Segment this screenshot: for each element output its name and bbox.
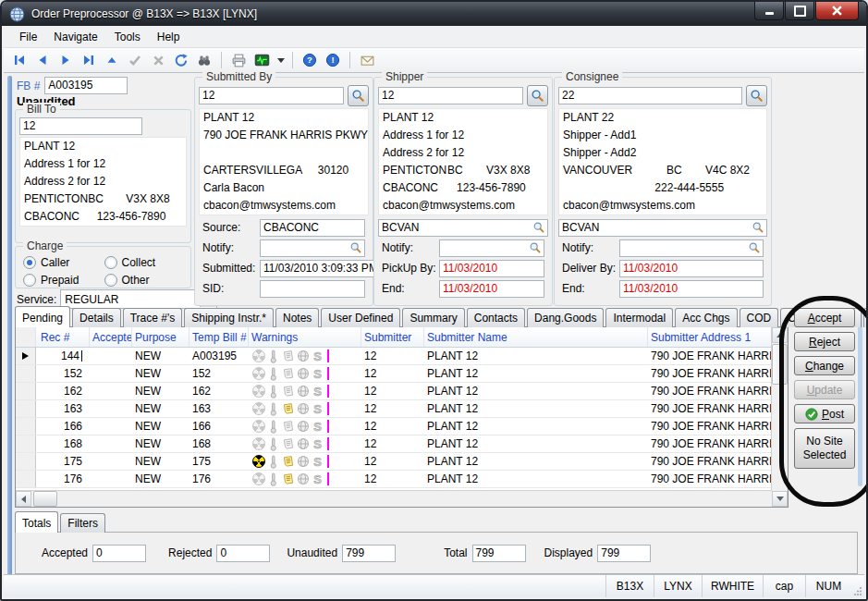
table-row[interactable]: 163 NEW 163 S 12 PLANT 12 790 JOE FRANK xyxy=(16,400,772,418)
splitter-bar[interactable] xyxy=(7,76,12,579)
menu-item[interactable]: Tools xyxy=(106,28,149,46)
tab[interactable]: Dang.Goods xyxy=(527,308,604,327)
shipper-code-field[interactable]: 12 xyxy=(378,87,523,104)
last-record-button[interactable] xyxy=(79,50,99,70)
change-button[interactable]: Change xyxy=(794,356,855,375)
column-header-accepted[interactable]: Accepted xyxy=(90,327,132,347)
monitor-button[interactable] xyxy=(251,50,272,70)
charge-radio-collect[interactable]: Collect xyxy=(104,254,186,270)
scroll-up-button[interactable] xyxy=(772,327,788,343)
accept-button[interactable]: Accept xyxy=(794,308,855,327)
displayed-total-field[interactable]: 799 xyxy=(597,545,651,562)
selector-column-header[interactable] xyxy=(16,327,36,347)
charge-radio-caller[interactable]: Caller xyxy=(23,254,104,270)
column-header-submitter-address[interactable]: Submitter Address 1 xyxy=(648,327,772,347)
vertical-scrollbar[interactable] xyxy=(771,327,788,507)
submitted-field[interactable]: 11/03/2010 3:09:33 PM xyxy=(260,260,382,277)
end-field[interactable]: 11/03/2010 xyxy=(619,280,764,298)
column-header-submitter[interactable]: Submitter xyxy=(361,327,424,347)
email-button[interactable] xyxy=(357,50,377,70)
close-button[interactable] xyxy=(815,2,859,20)
end-field[interactable]: 11/03/2010 xyxy=(439,280,544,298)
previous-record-button[interactable] xyxy=(32,50,53,70)
no-site-selected-button[interactable]: No Site Selected xyxy=(794,428,855,469)
find-button[interactable] xyxy=(194,50,214,70)
vertical-scroll-thumb[interactable] xyxy=(772,344,788,385)
bill-to-code-field[interactable]: 12 xyxy=(19,117,142,135)
sid-field[interactable] xyxy=(260,280,365,298)
collapse-button[interactable] xyxy=(102,50,122,70)
fb-number-field[interactable]: A003195 xyxy=(44,77,128,94)
tab[interactable]: Totals xyxy=(15,511,58,533)
maximize-button[interactable] xyxy=(785,2,814,20)
tab[interactable]: Pending xyxy=(15,306,70,327)
scroll-left-button[interactable] xyxy=(16,491,31,507)
monitor-dropdown-button[interactable] xyxy=(275,50,286,70)
table-row[interactable]: 162 NEW 162 S 12 PLANT 12 790 JOE FRANK xyxy=(16,383,772,400)
tab[interactable]: Shipping Instr.* xyxy=(184,308,274,327)
shipper-search-button[interactable] xyxy=(527,85,548,106)
right-splitter-bar[interactable] xyxy=(858,309,862,486)
search-icon[interactable] xyxy=(532,221,546,235)
column-header-temp-bill[interactable]: Temp Bill # xyxy=(189,327,249,347)
tab[interactable]: IMC xyxy=(863,308,868,327)
accepted-total-field[interactable]: 0 xyxy=(92,545,146,562)
search-icon[interactable] xyxy=(529,241,543,255)
scroll-down-button[interactable] xyxy=(772,491,788,507)
tab[interactable]: Intermodal xyxy=(605,308,673,327)
confirm-button[interactable] xyxy=(125,50,145,70)
horizontal-scrollbar[interactable] xyxy=(16,490,772,507)
column-header-warnings[interactable]: Warnings xyxy=(249,327,361,347)
consignee-search-button[interactable] xyxy=(746,85,767,106)
help-button[interactable]: ? xyxy=(300,50,320,70)
total-field[interactable]: 799 xyxy=(472,545,526,562)
submitted-by-search-button[interactable] xyxy=(348,85,369,106)
consignee-code-field[interactable]: 22 xyxy=(558,87,742,104)
deliver-by-field[interactable]: 11/03/2010 xyxy=(619,260,764,277)
unaudited-total-field[interactable]: 799 xyxy=(342,545,396,562)
tab[interactable]: Trace #'s xyxy=(123,308,183,327)
about-button[interactable]: ! xyxy=(323,50,343,70)
next-record-button[interactable] xyxy=(55,50,76,70)
tab[interactable]: Contacts xyxy=(467,308,525,327)
table-row[interactable]: 144 NEW A003195 S 12 PLANT 12 790 JOE FR xyxy=(16,348,772,365)
reject-button[interactable]: Reject xyxy=(794,332,855,351)
column-header-rec[interactable]: Rec # xyxy=(36,327,90,347)
cancel-button[interactable] xyxy=(148,50,168,70)
search-icon[interactable] xyxy=(752,221,765,235)
table-row[interactable]: 176 NEW 176 S 12 PLANT 12 790 JOE FRANK xyxy=(16,471,772,488)
submitted-by-code-field[interactable]: 12 xyxy=(199,87,344,104)
table-row[interactable]: 152 NEW 152 S 12 PLANT 12 790 JOE FRANK xyxy=(16,365,772,383)
table-row[interactable]: 175 NEW 175 S 12 PLANT 12 790 JOE FRANK xyxy=(16,453,772,471)
search-icon[interactable] xyxy=(748,241,762,255)
menu-item[interactable]: Navigate xyxy=(45,28,105,46)
first-record-button[interactable] xyxy=(9,50,30,70)
title-bar[interactable]: Order Preprocessor @ B13X => B13X [LYNX] xyxy=(2,2,866,26)
menu-item[interactable]: Help xyxy=(149,28,189,46)
column-header-purpose[interactable]: Purpose xyxy=(132,327,189,347)
tab[interactable]: Acc Chgs xyxy=(675,308,737,327)
table-row[interactable]: 168 NEW 168 S 12 PLANT 12 790 JOE FRANK xyxy=(16,435,772,453)
source-field[interactable]: CBACONC xyxy=(260,219,365,237)
tab[interactable]: Filters xyxy=(60,513,105,533)
tab[interactable]: Details xyxy=(72,308,121,327)
post-button[interactable]: Post xyxy=(794,404,855,423)
table-row[interactable]: 166 NEW 166 S 12 PLANT 12 790 JOE FRANK xyxy=(16,418,772,435)
notify-field[interactable] xyxy=(619,239,764,257)
horizontal-scroll-thumb[interactable] xyxy=(33,491,57,507)
minimize-button[interactable] xyxy=(754,2,784,20)
shipper-site-field[interactable]: BCVAN xyxy=(378,219,548,237)
pickup-by-field[interactable]: 11/03/2010 xyxy=(439,260,544,277)
charge-radio-prepaid[interactable]: Prepaid xyxy=(23,272,104,288)
refresh-button[interactable] xyxy=(171,50,191,70)
tab[interactable]: Summary xyxy=(402,308,464,327)
search-icon[interactable] xyxy=(349,241,363,255)
charge-radio-other[interactable]: Other xyxy=(104,272,186,288)
rejected-total-field[interactable]: 0 xyxy=(216,545,270,562)
consignee-site-field[interactable]: BCVAN xyxy=(558,219,767,237)
menu-item[interactable]: File xyxy=(11,28,45,46)
update-button[interactable]: Update xyxy=(794,380,855,399)
column-header-submitter-name[interactable]: Submitter Name xyxy=(424,327,648,347)
print-button[interactable] xyxy=(228,50,249,70)
tab[interactable]: COD xyxy=(740,308,779,327)
